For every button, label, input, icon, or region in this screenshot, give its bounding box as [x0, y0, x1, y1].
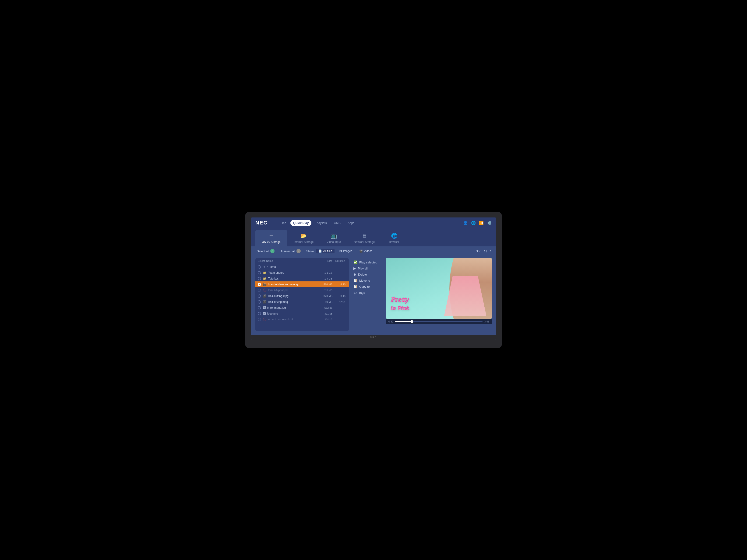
file-size-tutorials: 1.4 GB: [314, 277, 332, 280]
file-row-hair-cutting[interactable]: 🎬 Hair-cutting.mpg 343 MB 3:43: [255, 293, 349, 299]
select-all-label: Select all: [257, 249, 269, 253]
play-selected-icon: ✅: [354, 260, 357, 264]
progress-bar[interactable]: [395, 321, 482, 322]
nav-playlists[interactable]: Playlists: [313, 220, 330, 226]
globe-icon[interactable]: 🌐: [471, 221, 476, 225]
video-controls: 0:42 3:43: [386, 319, 492, 324]
tab-network-storage[interactable]: 🖥 Network Storage: [347, 230, 381, 246]
unselect-all-button[interactable]: Unselect all ✕: [278, 248, 302, 254]
col-header-select: Select: [258, 260, 266, 262]
file-duration-brand-video: 4:20: [332, 283, 346, 286]
video-frame: Pretty in Pink: [386, 258, 492, 319]
top-nav: NEC Files Quick Play Playlists CMS Apps …: [251, 217, 496, 228]
file-size-school-homework: 334 kB: [314, 318, 332, 321]
video-filter-icon: 🎬: [359, 249, 363, 253]
internal-icon: 📂: [301, 233, 307, 239]
file-duration-hair-cutting: 3:43: [332, 295, 346, 297]
radio-logo: [258, 312, 261, 315]
file-size-team-photos: 1.1 GB: [314, 271, 332, 274]
col-header-size: Size: [314, 260, 332, 262]
play-selected-button[interactable]: ✅ Play selected: [354, 260, 379, 264]
play-all-label: Play all: [358, 267, 368, 270]
network-icon: 🖥: [362, 233, 367, 239]
nav-cms[interactable]: CMS: [331, 220, 343, 226]
tab-internal-label: Internal Storage: [294, 240, 313, 244]
file-list-container: Select Name Size Duration ⇑ /Promo 📁: [255, 258, 349, 331]
tab-usb-storage[interactable]: ⊣ USB 0 Storage: [255, 230, 287, 246]
tags-button[interactable]: 🏷 Tags: [354, 291, 379, 294]
toolbar: Select all ✓ Unselect all ✕ Show 📄 All f…: [251, 246, 496, 256]
copy-to-label: Copy to: [359, 285, 370, 288]
file-row-school-homework: 🚫 school homework.rtf 334 kB: [255, 316, 349, 322]
image-intro-icon: 🖼: [263, 306, 266, 310]
tab-browser-label: Browser: [389, 240, 399, 244]
copy-to-button[interactable]: 📋 Copy to: [354, 285, 379, 288]
tab-browser[interactable]: 🌐 Browser: [381, 230, 407, 246]
file-name-logo: logo.png: [267, 312, 314, 315]
nav-files[interactable]: Files: [277, 220, 289, 226]
nav-icons: 👤 🌐 📶 ⚙️: [463, 221, 492, 225]
file-size-brand-video: 560 MB: [314, 283, 332, 286]
select-all-button[interactable]: Select all ✓: [255, 248, 276, 254]
video-hair-cutting-icon: 🎬: [263, 294, 266, 298]
tab-internal-storage[interactable]: 📂 Internal Storage: [287, 230, 320, 246]
video-title-text: Pretty in Pink: [391, 295, 409, 312]
file-row-hair-drying[interactable]: 🎬 Hair-drying.mpg 89 MB 12:01: [255, 299, 349, 305]
move-to-button[interactable]: 📋 Move to: [354, 278, 379, 282]
file-name-brand-video: brand-video-promo.mpg: [268, 283, 314, 286]
file-row-intro-image[interactable]: 🖼 intro-image.jpg 562 kB: [255, 305, 349, 311]
file-row-logo[interactable]: 🖼 logo.png 321 kB: [255, 311, 349, 316]
wifi-icon[interactable]: 📶: [479, 221, 484, 225]
filter-videos-button[interactable]: 🎬 Videos: [357, 249, 375, 254]
nav-quick-play[interactable]: Quick Play: [290, 220, 311, 226]
play-all-button[interactable]: ▶ Play all: [354, 266, 379, 270]
total-time: 3:43: [484, 320, 489, 323]
file-name-intro-image: intro-image.jpg: [267, 306, 314, 310]
radio-school-homework: [258, 318, 261, 321]
file-row-tutorials[interactable]: 📁 Tutorials 1.4 GB: [255, 275, 349, 282]
file-row-parent[interactable]: ⇑ /Promo: [255, 264, 349, 270]
video-thumbnail: Pretty in Pink: [386, 258, 492, 319]
video-hair-drying-icon: 🎬: [263, 300, 266, 303]
sort-asc-icon[interactable]: ↑↓: [484, 249, 487, 253]
rtf-school-homework-icon: 🚫: [263, 318, 266, 321]
folder-team-photos-icon: 📁: [263, 271, 266, 274]
browser-icon: 🌐: [391, 233, 397, 239]
play-selected-label: Play selected: [359, 261, 377, 264]
radio-parent: [258, 265, 261, 269]
file-row-team-photos[interactable]: 📁 Team photos 1.1 GB: [255, 270, 349, 275]
parent-folder-icon: ⇑: [263, 265, 265, 269]
file-size-logo: 321 kB: [314, 312, 332, 315]
settings-icon[interactable]: ⚙️: [487, 221, 492, 225]
file-name-tutorials: Tutorials: [268, 277, 314, 280]
radio-tutorials: [258, 277, 261, 280]
radio-hair-cutting: [258, 294, 261, 298]
folder-tutorials-icon: 📁: [263, 277, 266, 280]
delete-button[interactable]: ⊕ Delete: [354, 272, 379, 276]
video-input-icon: 📺: [331, 233, 337, 239]
video-preview: Pretty in Pink 0:42 3:43: [386, 258, 492, 331]
filter-all-button[interactable]: 📄 All files: [316, 249, 334, 254]
file-icon: 📄: [318, 249, 322, 253]
file-size-hair-drying: 89 MB: [314, 300, 332, 303]
file-list-header: Select Name Size Duration: [255, 258, 349, 264]
filter-images-button[interactable]: 🖼 Images: [337, 249, 355, 254]
file-size-flyer: 2.3 MB: [314, 289, 332, 292]
current-time: 0:42: [388, 320, 393, 323]
file-duration-hair-drying: 12:01: [332, 300, 346, 303]
radio-intro-image: [258, 306, 261, 310]
tab-usb-label: USB 0 Storage: [262, 240, 281, 244]
bottom-brand-label: NEC: [370, 336, 377, 339]
file-name-flyer: flyer A4-print.pdf: [268, 289, 314, 292]
image-filter-icon: 🖼: [339, 249, 342, 253]
nav-apps[interactable]: Apps: [345, 220, 357, 226]
usb-icon: ⊣: [269, 233, 274, 239]
image-logo-icon: 🖼: [263, 312, 266, 315]
file-row-brand-video[interactable]: 🎬 brand-video-promo.mpg 560 MB 4:20: [255, 282, 349, 287]
progress-fill: [395, 321, 412, 322]
tab-video-input[interactable]: 📺 Video Input: [320, 230, 347, 246]
tags-icon: 🏷: [354, 291, 357, 294]
file-name-school-homework: school homework.rtf: [268, 318, 314, 321]
sort-desc-icon[interactable]: ↕: [490, 249, 492, 253]
user-icon[interactable]: 👤: [463, 221, 468, 225]
